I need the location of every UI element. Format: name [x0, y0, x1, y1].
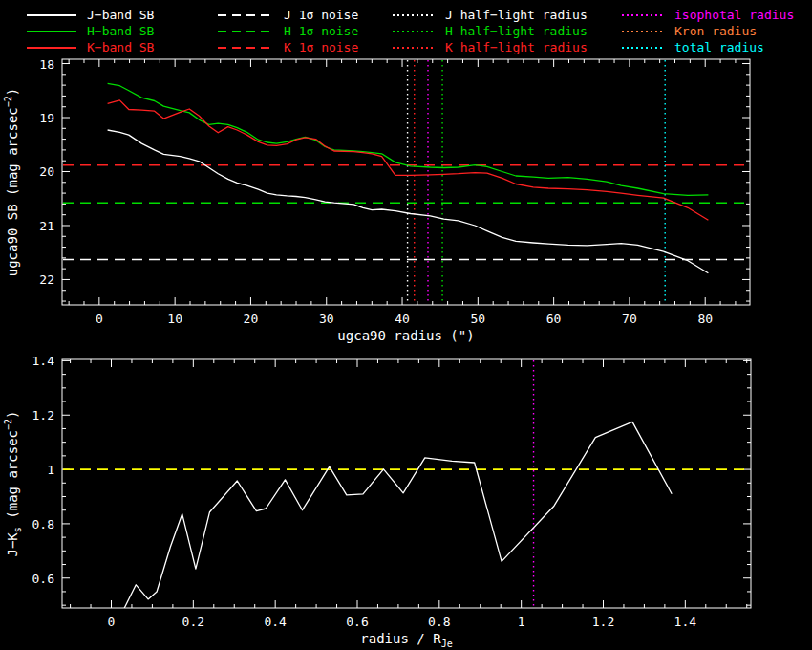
- x-tick-label: 50: [471, 312, 486, 326]
- y-tick-label: 1.2: [32, 408, 54, 422]
- y-tick-label: 19: [39, 111, 54, 125]
- x-tick-label: 60: [546, 312, 562, 326]
- y-tick-label: 1: [47, 463, 54, 477]
- sb-profile-figure: J−band SB H−band SB K−band SB J 1σ noise…: [0, 0, 812, 650]
- x-tick-label: 1.4: [674, 615, 697, 629]
- y-tick-label: 21: [39, 219, 54, 233]
- x-tick-label: 0.2: [182, 615, 204, 629]
- H-band SB: [108, 83, 709, 195]
- y-axis-title: J−Ks (mag arcsec−2): [3, 411, 23, 557]
- y-axis-title: ugca90 SB (mag arcsec−2): [3, 88, 20, 277]
- sb-profile-charts: 010203040506070801819202122ugca90 radius…: [0, 0, 812, 650]
- x-tick-label: 0.8: [428, 615, 450, 629]
- y-tick-label: 22: [39, 272, 54, 287]
- x-tick-label: 30: [319, 312, 334, 326]
- y-tick-label: 18: [39, 57, 54, 72]
- x-tick-label: 0.4: [264, 615, 287, 629]
- x-axis-title: ugca90 radius ("): [337, 328, 474, 343]
- J-Ks color profile: [124, 422, 672, 609]
- x-tick-label: 40: [395, 312, 410, 326]
- panel-frame: [62, 59, 750, 305]
- sb-profile-panel: 010203040506070801819202122ugca90 radius…: [3, 57, 750, 343]
- x-tick-label: 70: [622, 312, 637, 326]
- y-tick-label: 0.8: [32, 517, 54, 531]
- x-tick-label: 80: [697, 312, 713, 326]
- y-tick-label: 20: [39, 164, 54, 179]
- x-axis-title: radius / RJe: [360, 631, 452, 649]
- x-tick-label: 0.6: [346, 615, 368, 629]
- panel-frame: [62, 359, 751, 608]
- y-tick-label: 1.4: [32, 354, 55, 368]
- color-profile-panel: 00.20.40.60.811.21.40.60.811.21.4radius …: [3, 354, 751, 649]
- x-tick-label: 0: [96, 312, 103, 326]
- x-tick-label: 1: [518, 615, 525, 629]
- x-tick-label: 10: [167, 312, 182, 326]
- x-tick-label: 1.2: [592, 615, 614, 629]
- y-tick-label: 0.6: [32, 572, 54, 586]
- x-tick-label: 0: [108, 615, 116, 629]
- x-tick-label: 20: [244, 312, 259, 326]
